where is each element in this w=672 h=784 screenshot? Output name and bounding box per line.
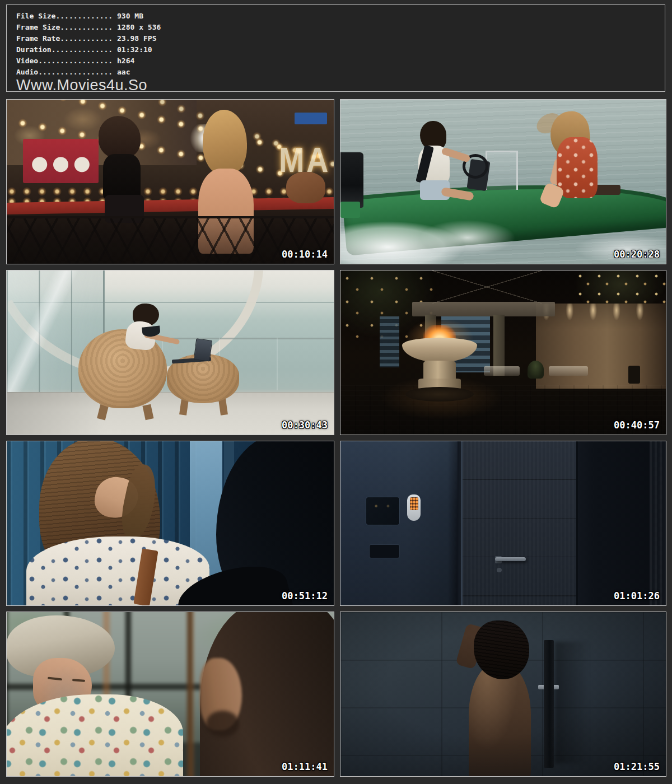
info-value: aac xyxy=(117,68,130,76)
media-info-panel: File Size............. 930 MB Frame Size… xyxy=(6,4,665,92)
pergola-canopy xyxy=(412,302,556,316)
info-value: 1280 x 536 xyxy=(117,23,161,31)
blue-sign xyxy=(295,113,327,124)
door-handle xyxy=(495,557,526,562)
windshield xyxy=(486,151,518,190)
timestamp-overlay: 01:01:26 xyxy=(614,590,660,601)
light-switch-panel xyxy=(366,497,399,525)
info-label: Duration xyxy=(16,45,52,54)
info-value: 01:32:10 xyxy=(117,45,152,54)
motor-bracket xyxy=(340,202,360,218)
dot-leader: ............ xyxy=(60,34,113,43)
info-label: Audio xyxy=(16,68,38,76)
woman-blonde-hair xyxy=(203,110,247,175)
timestamp-overlay: 00:10:14 xyxy=(282,249,328,260)
timestamp-overlay: 01:11:41 xyxy=(282,761,328,772)
screens-preview-sheet: File Size............. 930 MB Frame Size… xyxy=(0,0,672,784)
curtain-edge xyxy=(650,441,666,605)
red-banner xyxy=(23,139,98,183)
info-row-frame-rate: Frame Rate............ 23.98 FPS xyxy=(16,33,665,44)
timestamp-overlay: 00:20:28 xyxy=(614,249,660,260)
info-row-file-size: File Size............. 930 MB xyxy=(16,11,665,22)
foreground-man-beard xyxy=(206,711,239,737)
info-row-duration: Duration.............. 01:32:10 xyxy=(16,44,665,55)
dot-leader: ................. xyxy=(38,57,113,65)
dot-leader: ................. xyxy=(38,68,113,76)
wood-door xyxy=(461,441,578,605)
screenshot-blouse-woman: 00:51:12 xyxy=(6,441,334,606)
info-label: File Size xyxy=(16,12,55,20)
timestamp-overlay: 00:51:12 xyxy=(282,590,328,601)
bench xyxy=(549,366,588,375)
info-label: Frame Rate xyxy=(16,34,60,43)
woman-black-top xyxy=(103,154,141,200)
guy-wires xyxy=(432,270,543,304)
screenshot-two-men: 01:11:41 xyxy=(6,612,334,777)
info-label: Frame Size xyxy=(16,23,60,31)
info-row-video: Video................. h264 xyxy=(16,55,665,67)
dot-leader: .............. xyxy=(52,45,113,54)
info-value: h264 xyxy=(117,57,134,65)
passenger-red-dress xyxy=(557,137,598,198)
info-value: 23.98 FPS xyxy=(117,34,156,43)
info-row-audio: Audio................. aac xyxy=(16,67,665,78)
timestamp-overlay: 01:21:55 xyxy=(614,761,660,772)
stone-building xyxy=(536,304,666,389)
info-value: 930 MB xyxy=(117,12,143,20)
screenshot-courtyard: 00:40:57 xyxy=(340,270,666,435)
wall-shading xyxy=(340,441,458,605)
laptop-screen xyxy=(194,338,213,361)
waste-bin xyxy=(628,366,640,384)
outboard-motor xyxy=(340,152,363,208)
bench xyxy=(484,366,520,375)
info-label: Video xyxy=(16,57,38,65)
dot-leader: ............. xyxy=(55,12,113,20)
screenshot-grid: MA 00:10:14 xyxy=(6,99,666,777)
site-watermark: Www.Movies4u.So xyxy=(16,78,665,92)
lower-switch-panel xyxy=(370,545,399,558)
info-row-frame-size: Frame Size............ 1280 x 536 xyxy=(16,22,665,33)
blue-glow-panel xyxy=(380,316,399,367)
screenshot-balcony: 00:30:43 xyxy=(6,270,334,435)
leather-bag xyxy=(286,172,325,203)
screenshot-night-market: MA 00:10:14 xyxy=(6,99,334,264)
floral-shirt xyxy=(6,694,183,777)
boat-wake-spray xyxy=(340,209,558,264)
timestamp-overlay: 00:30:43 xyxy=(282,419,328,431)
vignette xyxy=(340,612,666,776)
dot-leader: ............ xyxy=(60,23,113,31)
timestamp-overlay: 00:40:57 xyxy=(614,419,660,431)
floor-shadow xyxy=(7,392,105,435)
screenshot-boat: 00:20:28 xyxy=(340,99,666,264)
screenshot-shower: 01:21:55 xyxy=(340,612,666,777)
lit-keypad xyxy=(410,497,418,510)
potted-plant xyxy=(528,361,544,379)
screenshot-dark-door: 01:01:26 xyxy=(340,441,666,606)
